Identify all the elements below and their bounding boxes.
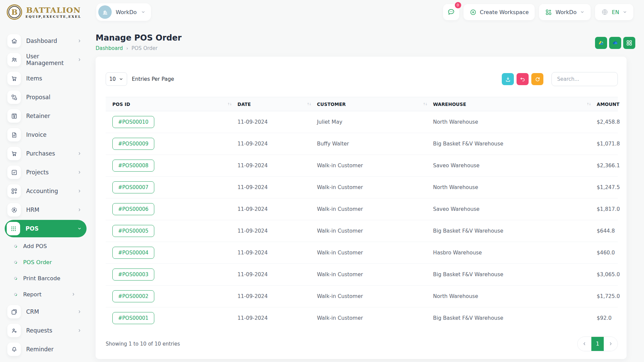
sidebar-item-crm[interactable]: CRM [5,302,87,321]
cart-icon [7,147,21,160]
pos-id-cell: #POS00010 [106,111,237,133]
customer-cell: Buffy Walter [317,133,433,155]
sidebar-item-label: Accounting [26,188,58,194]
table-row: #POS0000611-09-2024Walk-in CustomerSaveo… [106,198,618,220]
sidebar-subitem-report[interactable]: Report [0,286,87,302]
amount-cell: $2,366.1 [597,155,618,177]
messages-button[interactable]: 0 [443,4,459,20]
pos-id-link[interactable]: #POS00003 [112,268,154,281]
onedrive-button[interactable] [609,37,621,49]
column-header-label: AMOUNT [597,102,620,107]
brand-logo: B BATTALION EQUIP,EXECUTE,EXEL [7,4,86,20]
sidebar-item-label: User Management [26,53,72,66]
sidebar: DashboardUser ManagementItemsProposalRet… [0,24,87,362]
column-header-warehouse[interactable]: WAREHOUSE↑↓ [433,97,597,111]
sidebar-subitem-add-pos[interactable]: Add POS [0,238,87,254]
app-switcher-label: WorkDo [555,9,577,15]
breadcrumb-item-dashboard[interactable]: Dashboard [96,45,123,51]
table-row: #POS0000211-09-2024Walk-in CustomerNorth… [106,286,618,307]
undo-icon [520,76,526,82]
refresh-button[interactable] [531,73,543,85]
sidebar-subitem-print-barcode[interactable]: Print Barcode [0,270,87,286]
sidebar-item-dashboard[interactable]: Dashboard [5,32,87,50]
date-cell: 11-09-2024 [237,307,317,329]
sidebar-item-pos[interactable]: POS [5,220,87,237]
sidebar-subitem-label: Print Barcode [23,275,60,282]
current-page-button[interactable]: 1 [591,337,604,351]
sidebar-item-hrm[interactable]: HRM [5,200,87,219]
sidebar-item-accounting[interactable]: Accounting [5,182,87,200]
pos-id-link[interactable]: #POS00005 [112,225,154,237]
chevron-right-icon [71,292,76,297]
sidebar-item-invoice[interactable]: Invoice [5,125,87,144]
date-cell: 11-09-2024 [237,242,317,264]
sidebar-item-projects[interactable]: Projects [5,163,87,182]
date-cell: 11-09-2024 [237,177,317,198]
sidebar-item-retainer[interactable]: Retainer [5,107,87,125]
google-drive-button[interactable] [595,37,607,49]
entries-per-page-select[interactable]: 10 [106,72,127,86]
language-label: EN [612,9,619,15]
customer-cell: Walk-in Customer [317,198,433,220]
layout-grid-button[interactable] [623,37,635,49]
pos-id-link[interactable]: #POS00008 [112,160,154,172]
column-header-amount: AMOUNT [597,97,618,111]
pos-id-link[interactable]: #POS00001 [112,312,154,324]
sidebar-item-purchases[interactable]: Purchases [5,144,87,163]
brand-tagline: EQUIP,EXECUTE,EXEL [25,15,81,18]
building-icon [98,5,112,19]
language-button[interactable]: EN [595,4,633,20]
pos-id-link[interactable]: #POS00004 [112,247,154,259]
cart-icon [7,72,21,85]
warehouse-cell: North Warehouse [433,111,597,133]
sidebar-item-proposal[interactable]: Proposal [5,88,87,107]
users-icon [7,53,21,66]
customer-cell: Walk-in Customer [317,264,433,286]
chevron-down-icon [141,10,146,14]
pos-id-cell: #POS00001 [106,307,237,329]
pos-id-link[interactable]: #POS00010 [112,116,154,128]
warehouse-cell: Big Basket F&V Warehouse [433,220,597,242]
next-page-button[interactable] [604,337,618,351]
warehouse-cell: Saveo Warehouse [433,198,597,220]
table-row: #POS0000711-09-2024Walk-in CustomerNorth… [106,177,618,198]
chevron-right-icon [77,170,82,175]
column-header-label: CUSTOMER [317,102,346,107]
previous-page-button[interactable] [578,337,591,351]
workspace-selector[interactable]: WorkDo [96,3,151,21]
pos-id-link[interactable]: #POS00006 [112,203,154,215]
column-header-customer[interactable]: CUSTOMER↑↓ [317,97,433,111]
amount-cell: $3,065.0 [597,264,618,286]
export-button[interactable] [502,73,514,85]
sidebar-item-user-management[interactable]: User Management [5,50,87,69]
pos-id-link[interactable]: #POS00009 [112,138,154,150]
brand-name: BATTALION [26,6,81,14]
customer-cell: Walk-in Customer [317,155,433,177]
sidebar-item-requests[interactable]: Requests [5,321,87,340]
sidebar-subitem-label: Add POS [23,243,47,249]
search-input[interactable] [551,72,618,86]
table-row: #POS0000111-09-2024Walk-in CustomerBig B… [106,307,618,329]
pos-id-cell: #POS00006 [106,198,237,220]
sidebar-item-reminder[interactable]: Reminder [5,340,87,359]
column-header-date[interactable]: DATE↑↓ [237,97,317,111]
chevron-down-icon [119,77,123,81]
column-header-pos-id[interactable]: POS ID↑↓ [106,97,237,111]
sidebar-item-label: Reminder [26,346,54,353]
warehouse-cell: Hasbro Warehouse [433,242,597,264]
pos-id-link[interactable]: #POS00007 [112,181,154,193]
sidebar-subitem-pos-order[interactable]: POS Order [0,254,87,270]
sidebar-item-items[interactable]: Items [5,69,87,88]
document-icon [7,128,21,141]
amount-cell: $2,458.8 [597,111,618,133]
amount-cell: $1,247.5 [597,177,618,198]
pos-id-link[interactable]: #POS00002 [112,290,154,302]
warehouse-cell: Saveo Warehouse [433,155,597,177]
app-switcher-button[interactable]: WorkDo [539,4,591,20]
warehouse-cell: Big Basket F&V Warehouse [433,133,597,155]
column-header-label: DATE [237,102,251,107]
chevron-down-icon [580,10,585,14]
create-workspace-button[interactable]: Create Workspace [464,4,535,20]
warehouse-cell: Big Basket F&V Warehouse [433,307,597,329]
undo-button[interactable] [517,73,529,85]
